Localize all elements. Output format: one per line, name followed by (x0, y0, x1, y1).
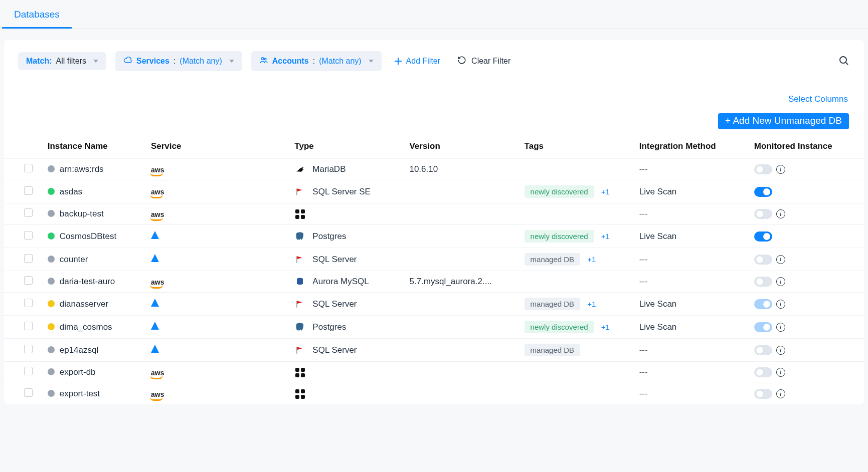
info-icon[interactable]: i (776, 368, 785, 377)
tab-databases[interactable]: Databases (2, 4, 72, 29)
instance-name: ep14azsql (60, 345, 99, 355)
info-icon[interactable]: i (776, 346, 785, 355)
row-checkbox[interactable] (24, 208, 33, 217)
svg-rect-4 (297, 256, 298, 263)
table-row[interactable]: backup-testaws---i (4, 203, 864, 225)
services-value: (Match any) (180, 57, 222, 66)
plus-icon (395, 58, 402, 65)
table-row[interactable]: daria-test-auroawsAurora MySQL5.7.mysql_… (4, 271, 864, 293)
col-service[interactable]: Service (146, 134, 289, 159)
accounts-label: Accounts (272, 57, 309, 66)
info-icon[interactable]: i (776, 300, 785, 309)
row-checkbox[interactable] (24, 276, 33, 285)
page-tabs: Databases (0, 0, 868, 29)
info-icon[interactable]: i (776, 389, 785, 398)
row-checkbox[interactable] (24, 367, 33, 375)
monitored-toggle[interactable] (754, 277, 772, 287)
aws-icon: aws (151, 278, 164, 286)
clear-filter-button[interactable]: Clear Filter (453, 53, 514, 70)
integration-value: Live Scan (639, 231, 677, 241)
monitored-toggle[interactable] (754, 231, 772, 242)
table-row[interactable]: dima_cosmosPostgresnewly discovered+1Liv… (4, 316, 864, 339)
type-value: Postgres (312, 231, 346, 242)
tag-more[interactable]: +1 (587, 300, 596, 308)
clear-filter-label: Clear Filter (471, 57, 510, 66)
search-button[interactable] (838, 55, 850, 68)
integration-value: --- (639, 209, 648, 218)
table-row[interactable]: arn:aws:rdsawsMariaDB10.6.10---i (4, 159, 864, 180)
accounts-filter[interactable]: Accounts: (Match any) (251, 51, 382, 71)
postgres-icon (294, 231, 305, 242)
tag-more[interactable]: +1 (587, 255, 596, 264)
monitored-toggle[interactable] (754, 299, 772, 309)
svg-rect-7 (297, 301, 298, 308)
instance-name: CosmosDBtest (60, 231, 116, 241)
monitored-toggle[interactable] (754, 209, 772, 219)
col-version[interactable]: Version (404, 134, 519, 159)
services-filter[interactable]: Services: (Match any) (115, 51, 242, 71)
table-row[interactable]: counterSQL Servermanaged DB+1---i (4, 248, 864, 271)
monitored-toggle[interactable] (754, 345, 772, 355)
col-type[interactable]: Type (289, 134, 404, 159)
info-icon[interactable]: i (776, 323, 785, 332)
aurora-icon (294, 277, 305, 286)
table-row[interactable]: export-testaws---i (4, 383, 864, 405)
table-row[interactable]: CosmosDBtestPostgresnewly discovered+1Li… (4, 225, 864, 248)
status-dot (48, 256, 55, 263)
integration-value: --- (639, 255, 648, 264)
match-filter[interactable]: Match: All filters (18, 52, 106, 70)
info-icon[interactable]: i (776, 209, 785, 218)
mariadb-icon (294, 165, 305, 174)
instance-name: arn:aws:rds (60, 164, 104, 174)
instance-name: backup-test (60, 209, 104, 218)
col-instance-name[interactable]: Instance Name (43, 134, 146, 159)
search-icon (838, 55, 850, 67)
col-integration[interactable]: Integration Method (634, 134, 749, 159)
row-checkbox[interactable] (24, 345, 33, 353)
svg-point-6 (297, 283, 303, 285)
type-value: MariaDB (312, 164, 345, 174)
info-icon[interactable]: i (776, 255, 785, 264)
table-row[interactable]: asdasawsSQL Server SEnewly discovered+1L… (4, 180, 864, 203)
tag-badge: newly discovered (525, 230, 594, 243)
multi-icon (294, 209, 305, 219)
main-panel: Match: All filters Services: (Match any)… (4, 40, 864, 404)
accounts-value: (Match any) (319, 57, 361, 66)
monitored-toggle[interactable] (754, 322, 772, 332)
tag-more[interactable]: +1 (601, 232, 610, 241)
add-unmanaged-db-button[interactable]: + Add New Unmanaged DB (718, 113, 849, 129)
multi-icon (294, 389, 305, 399)
azure-icon (151, 322, 164, 332)
tag-more[interactable]: +1 (601, 323, 610, 331)
monitored-toggle[interactable] (754, 389, 772, 399)
col-tags[interactable]: Tags (519, 134, 634, 159)
monitored-toggle[interactable] (754, 164, 772, 174)
table-row[interactable]: ep14azsqlSQL Servermanaged DB---i (4, 339, 864, 362)
table-row[interactable]: dianasserverSQL Servermanaged DB+1Live S… (4, 293, 864, 316)
monitored-toggle[interactable] (754, 187, 772, 197)
row-checkbox[interactable] (24, 164, 33, 172)
col-monitored[interactable]: Monitored Instance (749, 134, 864, 159)
instance-name: export-db (60, 367, 96, 377)
info-icon[interactable]: i (776, 165, 785, 174)
row-checkbox[interactable] (24, 299, 33, 307)
monitored-toggle[interactable] (754, 367, 772, 377)
instance-name: counter (60, 255, 88, 264)
row-checkbox[interactable] (24, 231, 33, 240)
row-checkbox[interactable] (24, 186, 33, 195)
chevron-down-icon (229, 60, 234, 63)
type-value: Aurora MySQL (312, 277, 369, 287)
row-checkbox[interactable] (24, 388, 33, 397)
table-row[interactable]: export-dbaws---i (4, 362, 864, 383)
version-value: 10.6.10 (409, 164, 438, 174)
chevron-down-icon (369, 60, 374, 63)
row-checkbox[interactable] (24, 254, 33, 263)
azure-icon (151, 231, 164, 242)
tag-more[interactable]: +1 (601, 187, 610, 196)
row-checkbox[interactable] (24, 322, 33, 330)
monitored-toggle[interactable] (754, 255, 772, 265)
add-filter-button[interactable]: Add Filter (391, 54, 444, 69)
type-value: SQL Server (312, 299, 357, 309)
info-icon[interactable]: i (776, 277, 785, 286)
select-columns-link[interactable]: Select Columns (787, 92, 849, 106)
